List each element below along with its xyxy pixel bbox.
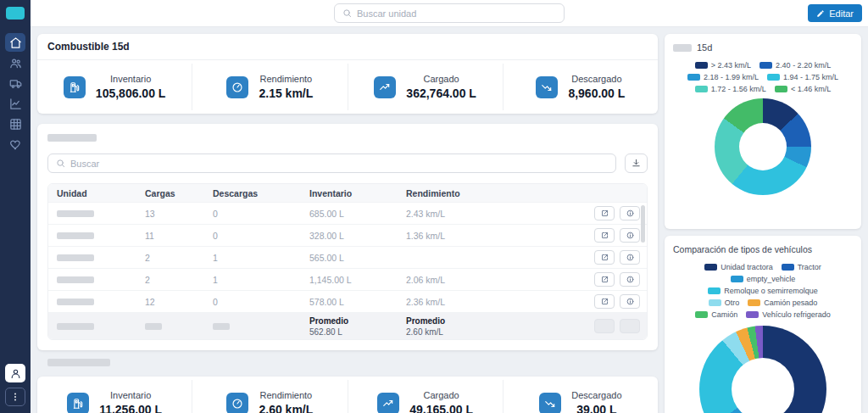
cell-inventario: 685.00 L [309,209,406,219]
sidebar-item-tables[interactable] [5,114,25,133]
cell-descargas: 0 [213,209,309,219]
open-unit-button[interactable] [594,250,615,265]
efficiency-donut-chart[interactable] [715,98,811,195]
cell-rendimiento: 2.06 km/L [406,275,586,285]
open-unit-button[interactable] [594,228,615,243]
table-search-row [47,153,648,173]
col-header-cargas: Cargas [145,188,213,198]
unit-info-button[interactable] [620,206,640,220]
vehicle-types-chart-card: Comparación de tipos de vehículos Unidad… [665,236,861,413]
units-card: Unidad Cargas Descargas Inventario Rendi… [37,124,658,350]
col-header-unidad: Unidad [57,188,145,198]
unit-search[interactable] [334,3,565,23]
edit-button[interactable]: Editar [808,4,862,22]
legend-swatch [695,311,708,318]
info-icon [626,209,634,217]
unit-info-button[interactable] [620,272,640,287]
info-icon [626,232,634,239]
unit-search-input[interactable] [357,8,556,19]
donut-hole [739,123,787,170]
legend-item[interactable]: 2.18 - 1.99 km/L [687,73,759,81]
cell-inventario: 1,145.00 L [309,275,406,285]
trend-down-icon [536,76,558,98]
summary-kpi-row: Inventario 11,256.00 L Rendimiento 2.60 … [37,377,658,413]
search-icon [56,159,65,168]
sidebar-user-button[interactable] [5,364,25,382]
avg-label: Promedio [309,315,406,326]
open-unit-button[interactable] [594,294,615,309]
legend-item[interactable]: < 1.46 km/L [775,85,831,93]
cell-inventario: 565.00 L [309,253,406,263]
sidebar-item-users[interactable] [5,53,25,72]
unit-info-button[interactable] [620,228,640,243]
avg-inventario: Promedio 562.80 L [309,315,406,338]
legend-item[interactable]: Camión pesado [748,299,817,307]
avg-value: 562.80 L [309,326,406,338]
table-search[interactable] [47,153,616,173]
avg-label: Promedio [406,315,586,326]
fuel-pump-icon [67,393,89,413]
legend-item[interactable]: Otro [709,299,740,307]
legend-item[interactable]: 2.40 - 2.20 km/L [760,61,831,70]
legend-swatch [775,86,787,92]
open-unit-button[interactable] [594,206,615,220]
cell-descargas: 0 [213,231,309,241]
redacted-value [213,323,230,330]
trend-down-icon [539,393,561,413]
download-button[interactable] [625,153,648,173]
kpi-label: Rendimiento [259,390,312,400]
info-icon [626,298,634,305]
cell-cargas: 11 [145,231,213,241]
info-icon [626,276,634,283]
legend-item[interactable]: empty_vehicle [731,275,796,283]
kpi-inventario: Inventario 11,256.00 L [37,380,192,413]
table-header-row: Unidad Cargas Descargas Inventario Rendi… [48,184,647,203]
fuel-pump-icon [64,76,86,98]
search-icon [342,8,352,18]
kpi-value: 8,960.00 L [568,87,625,100]
vehicle-types-donut-chart[interactable] [699,326,826,413]
kpi-cargado: Cargado 362,764.00 L [348,64,503,110]
legend-item[interactable]: Remolque o semirremolque [708,287,818,295]
legend-swatch [709,299,721,306]
table-search-input[interactable] [70,159,608,169]
kpi-cargado: Cargado 49,165.00 L [348,380,503,413]
kpi-label: Descargado [571,390,621,400]
kpi-value: 39.00 L [576,403,616,413]
sidebar-item-home[interactable] [5,33,25,52]
download-icon [632,159,641,168]
legend-item[interactable]: 1.72 - 1.56 km/L [695,85,766,93]
cell-inventario: 578.00 L [309,297,406,307]
cell-cargas: 12 [145,297,213,307]
unit-info-button[interactable] [620,250,640,265]
gauge-icon [226,393,248,413]
external-link-icon [601,209,609,217]
unit-info-button[interactable] [620,294,640,309]
kpi-value: 11,256.00 L [99,403,162,413]
sidebar-nav [5,33,25,153]
sidebar-item-favorites[interactable] [5,135,25,153]
external-link-icon [601,232,609,239]
cell-descargas: 1 [213,253,309,263]
legend-swatch [760,62,772,69]
legend-item[interactable]: 1.94 - 1.75 km/L [767,73,838,81]
sidebar-menu-button[interactable] [5,388,25,406]
legend-item[interactable]: > 2.43 km/L [695,61,751,70]
kpi-label: Inventario [110,74,151,84]
legend-item[interactable]: Unidad tractora [704,263,773,271]
ellipsis-icon [10,392,20,402]
legend-swatch [704,264,717,271]
table-average-row: Promedio 562.80 L Promedio 2.60 km/L [48,313,647,339]
open-unit-button[interactable] [594,272,615,287]
legend-item[interactable]: Tractor [782,263,821,271]
sidebar-item-vehicles[interactable] [5,74,25,92]
sidebar-item-analytics[interactable] [5,94,25,113]
legend-item[interactable]: Vehículo refrigerado [746,310,831,319]
table-scrollbar[interactable] [641,205,645,243]
kpi-value: 105,806.00 L [96,87,166,100]
external-link-icon [601,276,609,283]
cell-cargas: 2 [145,275,213,285]
cell-rendimiento: 2.36 km/L [406,297,586,307]
legend-item[interactable]: Camión [695,310,737,319]
cell-rendimiento: 1.36 km/L [406,231,586,241]
